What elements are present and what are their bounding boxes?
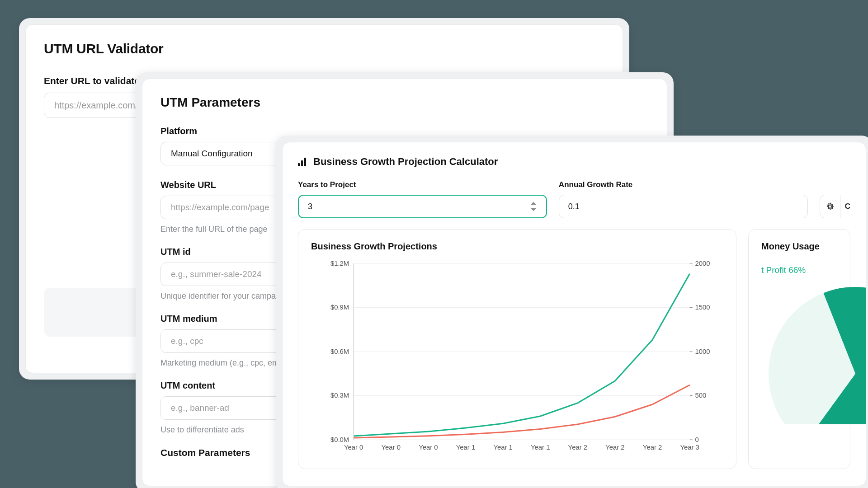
utm-medium-placeholder: e.g., cpc [171, 336, 203, 346]
svg-text:Year 0: Year 0 [344, 443, 363, 451]
svg-text:500: 500 [695, 391, 707, 399]
svg-text:1500: 1500 [695, 303, 710, 311]
money-usage-panel: Money Usage t Profit 66% [748, 229, 850, 469]
years-control: Years to Project 3 [298, 180, 547, 218]
growth-projection-card: Business Growth Projection Calculator Ye… [276, 136, 868, 488]
years-select[interactable]: 3 [298, 195, 547, 218]
svg-text:Year 1: Year 1 [493, 443, 512, 451]
money-usage-pie [761, 280, 866, 424]
money-usage-title: Money Usage [761, 241, 837, 252]
customize-button[interactable] [820, 195, 840, 218]
svg-text:$0.3M: $0.3M [330, 391, 349, 399]
growth-projection-body: Business Growth Projection Calculator Ye… [282, 142, 866, 486]
svg-text:1000: 1000 [695, 347, 710, 355]
stepper-icon [530, 202, 537, 211]
growth-rate-value: 0.1 [568, 202, 580, 211]
svg-text:$1.2M: $1.2M [330, 259, 349, 267]
growth-title: Business Growth Projection Calculator [313, 156, 498, 168]
svg-text:Year 0: Year 0 [382, 443, 401, 451]
utm-validator-title: UTM URL Validator [44, 41, 604, 56]
platform-value: Manual Configuration [171, 149, 253, 159]
svg-text:2000: 2000 [695, 259, 710, 267]
growth-rate-control: Annual Growth Rate 0.1 [559, 180, 808, 218]
projection-chart-panel: Business Growth Projections $0.0M0$0.3M5… [298, 229, 736, 469]
growth-panels: Business Growth Projections $0.0M0$0.3M5… [298, 229, 850, 469]
bar-chart-icon [298, 157, 306, 166]
growth-header: Business Growth Projection Calculator [298, 156, 850, 168]
projection-chart: $0.0M0$0.3M500$0.6M1000$0.9M1500$1.2M200… [311, 258, 723, 457]
svg-text:0: 0 [695, 436, 699, 443]
svg-text:Year 2: Year 2 [643, 443, 662, 451]
svg-text:$0.6M: $0.6M [330, 347, 349, 355]
gear-icon [826, 202, 835, 211]
svg-text:$0.9M: $0.9M [330, 303, 349, 311]
years-value: 3 [308, 202, 312, 211]
customize-label-fragment: C [845, 202, 850, 211]
svg-text:Year 2: Year 2 [568, 443, 587, 451]
platform-label: Platform [160, 126, 649, 136]
pie-slice-label: t Profit 66% [761, 265, 837, 275]
svg-text:$0.0M: $0.0M [330, 436, 349, 443]
svg-text:Year 3: Year 3 [680, 443, 699, 451]
utm-parameters-title: UTM Parameters [160, 95, 649, 110]
growth-rate-label: Annual Growth Rate [559, 180, 808, 189]
growth-rate-input[interactable]: 0.1 [559, 195, 808, 218]
utm-content-placeholder: e.g., banner-ad [171, 403, 229, 413]
years-label: Years to Project [298, 180, 547, 189]
svg-text:Year 2: Year 2 [605, 443, 624, 451]
svg-text:Year 0: Year 0 [419, 443, 438, 451]
utm-id-placeholder: e.g., summer-sale-2024 [171, 269, 262, 279]
svg-text:Year 1: Year 1 [531, 443, 550, 451]
projection-chart-title: Business Growth Projections [311, 241, 723, 252]
svg-text:Year 1: Year 1 [456, 443, 475, 451]
growth-controls-row: Years to Project 3 Annual Growth Rate 0.… [298, 180, 850, 218]
website-url-placeholder: https://example.com/page [171, 202, 269, 212]
